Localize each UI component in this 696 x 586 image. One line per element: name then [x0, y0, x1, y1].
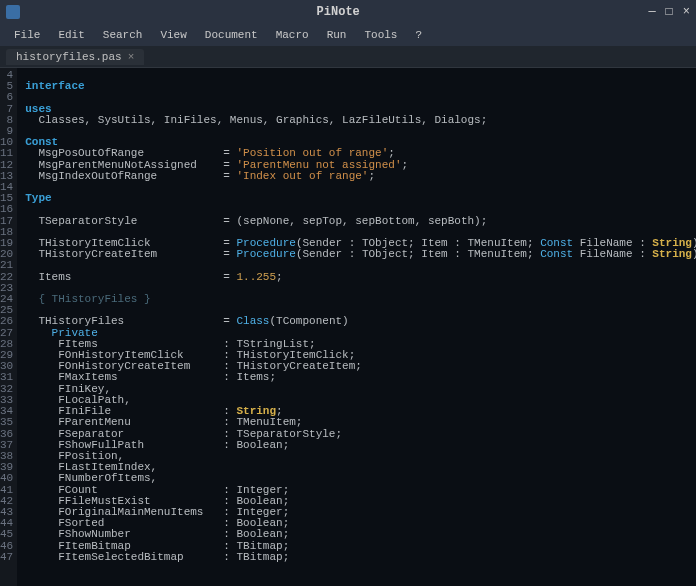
code-area[interactable]: interface uses Classes, SysUtils, IniFil…	[17, 68, 696, 586]
close-button[interactable]: ×	[683, 5, 690, 19]
tab-close-icon[interactable]: ×	[128, 51, 135, 63]
titlebar: PiNote — □ ×	[0, 0, 696, 24]
app-icon	[6, 5, 20, 19]
app-title: PiNote	[28, 5, 648, 19]
minimize-button[interactable]: —	[648, 5, 655, 19]
menu-view[interactable]: View	[152, 27, 194, 43]
menu-tools[interactable]: Tools	[356, 27, 405, 43]
editor[interactable]: 4 5 6 7 8 9 10 11 12 13 14 15 16 17 18 1…	[0, 68, 696, 586]
tab-label: historyfiles.pas	[16, 51, 122, 63]
menu-document[interactable]: Document	[197, 27, 266, 43]
line-gutter: 4 5 6 7 8 9 10 11 12 13 14 15 16 17 18 1…	[0, 68, 17, 586]
menu-edit[interactable]: Edit	[50, 27, 92, 43]
tabbar: historyfiles.pas ×	[0, 46, 696, 68]
maximize-button[interactable]: □	[666, 5, 673, 19]
window-buttons: — □ ×	[648, 5, 690, 19]
menubar: File Edit Search View Document Macro Run…	[0, 24, 696, 46]
menu-file[interactable]: File	[6, 27, 48, 43]
menu-run[interactable]: Run	[319, 27, 355, 43]
tab-historyfiles[interactable]: historyfiles.pas ×	[6, 49, 144, 65]
menu-macro[interactable]: Macro	[268, 27, 317, 43]
menu-help[interactable]: ?	[407, 27, 430, 43]
menu-search[interactable]: Search	[95, 27, 151, 43]
